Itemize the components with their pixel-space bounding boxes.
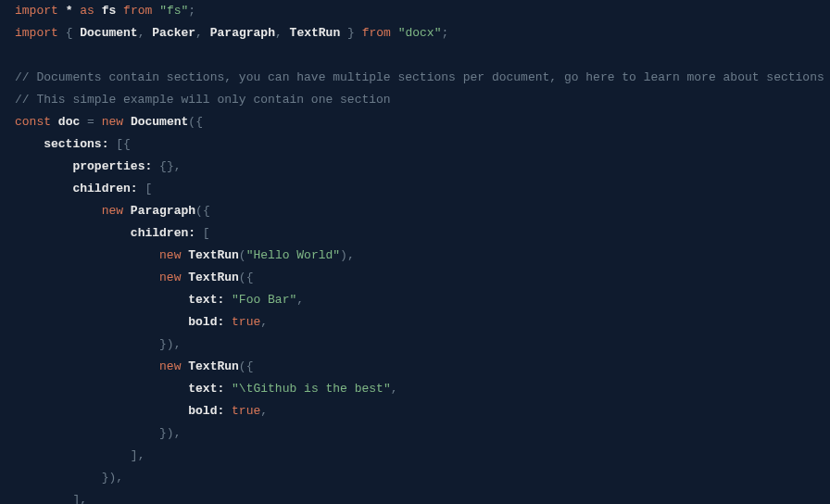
keyword-as: as [80,4,94,18]
paren: ) [340,248,347,262]
comma: , [138,26,145,40]
type-name: TextRun [188,359,239,373]
comma: , [138,448,145,462]
type-name: TextRun [188,248,239,262]
code-line: import * as fs from "fs"; [15,4,195,18]
identifier: TextRun [290,26,341,40]
brace: { [246,359,254,373]
type-name: Paragraph [131,204,195,218]
keyword-from: from [362,26,391,40]
boolean: true [232,315,260,329]
code-line: bold: true, [15,404,268,418]
brace: { [66,26,73,40]
type-name: TextRun [188,271,239,284]
code-editor[interactable]: import * as fs from "fs"; import { Docum… [15,0,815,504]
string-literal: "docx" [398,26,442,40]
bracket: [ [203,226,210,240]
comma: , [195,26,203,40]
code-line: sections: [{ [15,137,131,151]
code-line: new Paragraph({ [15,204,210,218]
brace: } [347,26,355,40]
semicolon: ; [441,26,448,40]
comma: , [275,26,283,40]
code-line: const doc = new Document({ [15,115,203,129]
string-literal: "Hello World" [246,248,340,262]
brace: { [203,204,210,218]
keyword-new: new [159,271,181,284]
semicolon: ; [188,4,195,18]
type-name: Document [131,115,188,129]
paren: ( [188,115,195,129]
property: bold: [188,315,224,329]
brace: } [159,426,167,440]
paren: ( [239,359,246,373]
comma: , [80,493,87,504]
keyword-new: new [102,115,123,129]
identifier: doc [58,115,80,129]
keyword-new: new [159,359,181,373]
brace: } [159,337,167,351]
comma: , [116,471,123,485]
code-line: children: [ [15,226,210,240]
code-line: bold: true, [15,315,268,329]
comma: , [174,337,182,351]
code-line: }), [15,471,123,485]
keyword-import: import [15,4,58,18]
string-literal: "Foo Bar" [232,293,296,307]
brace: { [123,137,131,151]
equals: = [87,115,94,129]
brace: { [195,115,203,129]
paren: ) [167,426,174,440]
property: text: [188,293,224,307]
comma: , [260,404,268,418]
code-line: new TextRun({ [15,359,253,373]
keyword-new: new [159,248,181,262]
keyword-from: from [123,4,152,18]
code-line: properties: {}, [15,159,182,173]
bracket: ] [131,448,138,462]
code-line: // Documents contain sections, you can h… [15,70,824,84]
brace: { [246,271,254,284]
boolean: true [232,404,260,418]
identifier: Packer [152,26,195,40]
code-line: ], [15,493,87,504]
identifier: fs [102,4,117,18]
comment: // This simple example will only contain… [15,93,391,107]
comma: , [174,426,182,440]
comma: , [260,315,268,329]
paren: ( [239,271,246,284]
code-line: new TextRun({ [15,271,253,284]
code-line: // This simple example will only contain… [15,93,391,107]
property: properties: [72,159,152,173]
paren: ) [167,337,174,351]
code-line: }), [15,337,181,351]
property: children: [131,226,195,240]
string-literal: "\tGithub is the best" [232,382,391,396]
property: bold: [188,404,224,418]
identifier: Paragraph [210,26,275,40]
identifier: Document [80,26,137,40]
comma: , [174,159,182,173]
property: text: [188,382,224,396]
bracket: [ [145,182,152,195]
comment: // Documents contain sections, you can h… [15,70,824,84]
keyword-import: import [15,26,58,40]
code-line: text: "Foo Bar", [15,293,304,307]
code-line: text: "\tGithub is the best", [15,382,398,396]
property: children: [72,182,137,195]
keyword-const: const [15,115,51,129]
code-line: ], [15,448,145,462]
bracket: [ [116,137,123,151]
string-literal: "fs" [159,4,188,18]
paren: ( [239,248,246,262]
brace: { [159,159,167,173]
comma: , [347,248,355,262]
code-line: new TextRun("Hello World"), [15,248,355,262]
code-line: import { Document, Packer, Paragraph, Te… [15,26,448,40]
brace: } [167,159,174,173]
star-token: * [66,4,73,18]
code-line: }), [15,426,181,440]
comma: , [296,293,304,307]
keyword-new: new [102,204,123,218]
comma: , [391,382,398,396]
